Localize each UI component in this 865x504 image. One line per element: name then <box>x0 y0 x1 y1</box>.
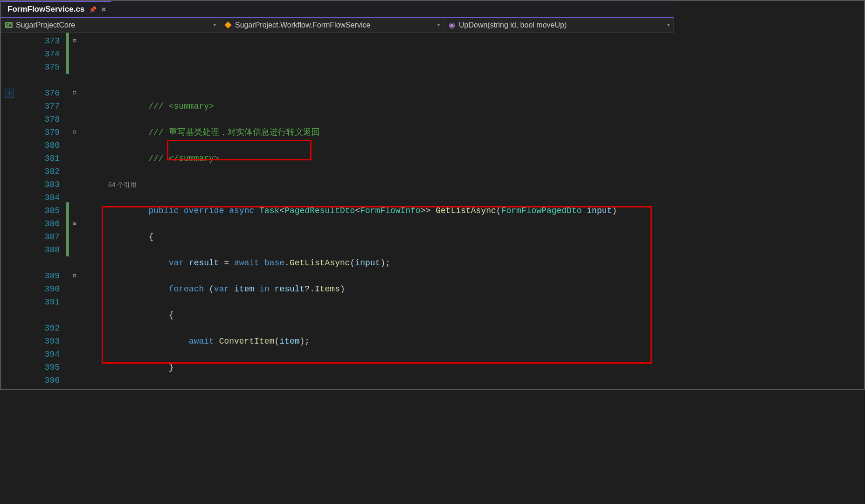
line-number: 382 <box>20 165 60 178</box>
line-number: 392 <box>20 322 60 335</box>
code-line: /// </summary> <box>80 152 674 165</box>
code-line: return result; <box>80 387 674 389</box>
line-number: 390 <box>20 283 60 296</box>
line-number: 379 <box>20 126 60 139</box>
chevron-down-icon: ▾ <box>437 22 440 28</box>
navigation-bar: C# SugarProjectCore ▾ 🔶 SugarProject.Wor… <box>1 18 674 33</box>
tab-bar: FormFlowService.cs 📌 ✕ <box>1 1 674 18</box>
code-line: await ConvertItem(item); <box>80 335 674 348</box>
csharp-icon: C# <box>5 22 13 28</box>
editor-window: FormFlowService.cs 📌 ✕ C# SugarProjectCo… <box>1 1 674 389</box>
pin-icon[interactable]: 📌 <box>89 6 97 13</box>
fold-toggle[interactable]: ⊟ <box>69 126 80 139</box>
fold-toggle[interactable]: ⊟ <box>69 269 80 283</box>
line-number: 383 <box>20 178 60 191</box>
fold-gutter: ⊟ ⊟ ⊟ ⊟ ⊟ <box>69 33 80 389</box>
line-number: 381 <box>20 152 60 165</box>
line-number: 378 <box>20 113 60 126</box>
codelens-references[interactable]: 64 个引用 <box>80 178 674 191</box>
close-icon[interactable]: ✕ <box>101 6 106 13</box>
line-number-gutter: 373 374 375 376 377 378 379 380 381 382 … <box>20 33 66 389</box>
line-number: 395 <box>20 361 60 374</box>
code-line: foreach (var item in result?.Items) <box>80 283 674 296</box>
nav-class-dropdown[interactable]: 🔶 SugarProject.Workflow.FormFlowService … <box>220 18 444 32</box>
class-icon: 🔶 <box>224 21 232 29</box>
nav-member-dropdown[interactable]: ◉ UpDown(string id, bool moveUp) ▾ <box>444 18 674 32</box>
method-icon: ◉ <box>448 21 456 29</box>
line-number: 377 <box>20 100 60 113</box>
line-number: 396 <box>20 374 60 387</box>
line-number: 380 <box>20 139 60 152</box>
line-number: 386 <box>20 217 60 230</box>
code-line: /// <summary> <box>80 100 674 113</box>
fold-toggle[interactable]: ⊟ <box>69 87 80 100</box>
fold-toggle[interactable]: ⊟ <box>69 217 80 230</box>
code-line: var result = await base.GetListAsync(inp… <box>80 256 674 269</box>
code-area[interactable]: /// <summary> /// 重写基类处理，对实体信息进行转义返回 ///… <box>80 33 674 389</box>
code-line: { <box>80 230 674 243</box>
line-number: 388 <box>20 243 60 256</box>
nav-project-dropdown[interactable]: C# SugarProjectCore ▾ <box>1 18 220 32</box>
line-number: 391 <box>20 296 60 309</box>
code-line: public override async Task<PagedResultDt… <box>80 204 674 217</box>
chevron-down-icon: ▾ <box>214 22 216 28</box>
line-number: 394 <box>20 348 60 361</box>
line-number: 373 <box>20 35 60 48</box>
line-number: 393 <box>20 335 60 348</box>
nav-member-label: UpDown(string id, bool moveUp) <box>459 21 567 29</box>
glyph-margin: ↕ <box>1 33 20 389</box>
line-number: 374 <box>20 48 60 61</box>
code-line: /// 重写基类处理，对实体信息进行转义返回 <box>80 126 674 139</box>
tab-formflowservice[interactable]: FormFlowService.cs 📌 ✕ <box>1 1 111 17</box>
line-number: 385 <box>20 204 60 217</box>
chevron-down-icon: ▾ <box>667 22 670 28</box>
fold-toggle[interactable]: ⊟ <box>69 35 80 48</box>
line-number: 376 <box>20 87 60 100</box>
code-editor[interactable]: ↕ 373 374 375 376 377 378 379 380 381 38… <box>1 33 674 389</box>
line-number: 387 <box>20 230 60 243</box>
nav-class-label: SugarProject.Workflow.FormFlowService <box>235 21 370 29</box>
implements-glyph-icon[interactable]: ↕ <box>5 89 14 98</box>
nav-project-label: SugarProjectCore <box>16 21 75 29</box>
line-number: 375 <box>20 61 60 74</box>
tab-title: FormFlowService.cs <box>7 5 84 14</box>
line-number: 384 <box>20 191 60 204</box>
code-line: { <box>80 309 674 322</box>
code-line: } <box>80 361 674 374</box>
line-number: 389 <box>20 269 60 283</box>
